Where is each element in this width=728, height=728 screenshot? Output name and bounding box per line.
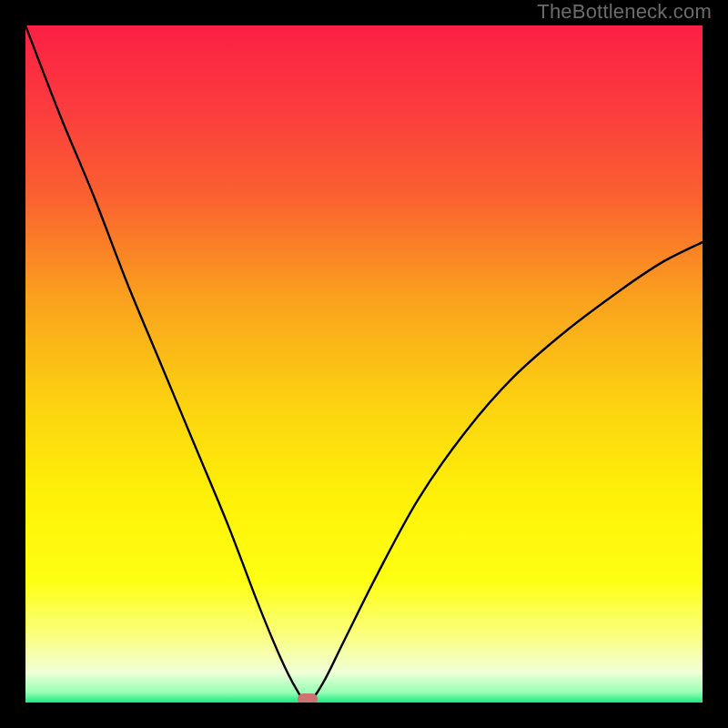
minimum-marker-icon: [298, 693, 318, 703]
bottleneck-curve: [25, 25, 703, 703]
chart-frame: TheBottleneck.com: [0, 0, 728, 728]
watermark-text: TheBottleneck.com: [537, 0, 712, 24]
plot-area: [25, 25, 703, 703]
